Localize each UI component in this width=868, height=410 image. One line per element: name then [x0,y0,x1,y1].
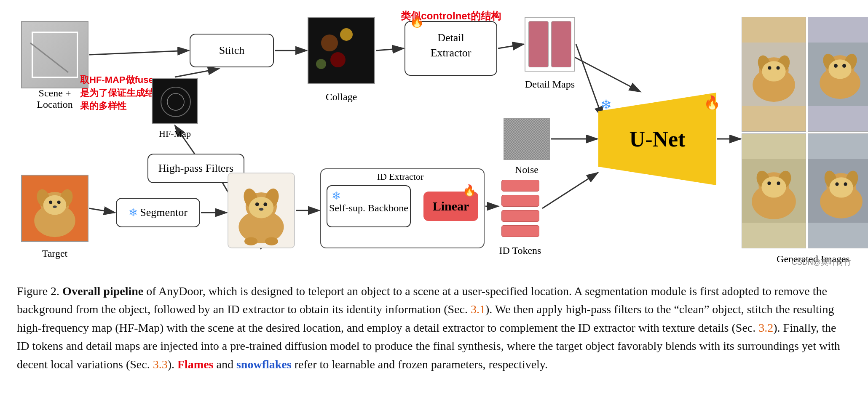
collage-image [308,17,375,84]
selfsup-backbone-box: ❄ Self-sup. Backbone [327,185,411,227]
target-label: Target [35,247,75,260]
svg-point-78 [844,182,847,186]
snowflake-icon-unet: ❄ [600,97,612,113]
noise-image [504,118,550,160]
svg-line-4 [498,44,524,48]
page-container: Scene + Location 取HF-MAP做fuse 是为了保证生成结 果… [0,0,868,394]
svg-point-45 [244,237,257,245]
flame-icon-unet: 🔥 [704,95,721,111]
svg-point-22 [316,59,326,69]
stitch-box: Stitch [190,34,274,67]
svg-point-54 [777,66,780,69]
caption-text4: ). [168,358,177,371]
id-token-line-2 [501,195,539,207]
caption-ref3: 3.3 [153,358,168,371]
svg-point-43 [263,202,267,206]
collage-visual [308,18,374,83]
caption-text5: and [214,358,236,371]
target-image [21,175,88,242]
svg-point-60 [828,59,851,79]
svg-point-52 [762,61,785,81]
figure-num: Figure 2. [17,285,59,298]
svg-point-21 [330,52,346,67]
gen-image-4 [808,133,868,248]
detail-extractor-label: DetailExtractor [405,22,496,69]
svg-point-44 [259,208,264,211]
svg-point-70 [777,181,780,185]
caption-bold: Overall pipeline [62,285,143,298]
caption-ref1: 3.1 [471,303,485,316]
svg-point-53 [768,66,771,69]
caption-ref2: 3.2 [758,321,773,334]
caption-snowflakes: snowflakes [236,358,292,371]
svg-point-76 [829,177,853,197]
caption-text6: refer to learnable and frozen parameters… [292,358,548,371]
id-tokens-label: ID Tokens [488,244,553,257]
detail-maps-image [525,17,575,72]
svg-point-42 [255,202,259,206]
collage-label: Collage [314,91,369,103]
detail-map-rect-1 [528,21,549,67]
id-tokens-box [499,177,541,240]
svg-line-6 [175,69,219,77]
svg-point-32 [43,195,67,215]
svg-point-34 [57,200,61,204]
svg-line-10 [89,208,115,213]
corgi-cutout-image [228,173,295,248]
linear-label: Linear [433,199,469,213]
svg-point-77 [835,182,839,186]
detail-maps-visual [525,18,574,71]
id-token-line-3 [501,210,539,222]
gen-image-3 [742,133,806,248]
svg-line-18 [30,43,68,72]
watermark: CSDN@莫叶何竹 [792,257,851,267]
svg-point-46 [265,237,278,245]
detail-maps-label: Detail Maps [516,78,584,91]
id-extractor-label: ID Extractor [358,170,442,183]
scene-image [21,21,88,88]
unet-label-container: U-Net [603,122,712,156]
svg-point-68 [761,176,786,197]
svg-point-33 [49,200,52,204]
detail-map-rect-2 [551,21,571,67]
unet-label: U-Net [630,127,686,152]
svg-point-20 [340,28,353,41]
gen-images-grid [742,17,868,248]
generated-images-area [742,17,868,248]
hfmap-visual [153,79,197,123]
scene-visual [22,22,88,88]
svg-point-41 [249,197,274,218]
detail-extractor-box: 🔥 DetailExtractor [405,21,497,76]
linear-box: 🔥 Linear [423,192,478,221]
svg-line-1 [89,51,189,55]
svg-line-3 [376,48,404,51]
svg-point-19 [321,35,338,51]
gen-image-2 [808,17,868,132]
selfsup-label: Self-sup. Backbone [329,202,408,215]
flame-icon-linear: 🔥 [463,184,476,197]
gen-image-1 [742,17,806,132]
svg-line-16 [542,173,598,208]
hfmap-image [152,78,198,124]
svg-point-61 [834,64,838,68]
noise-label: Noise [508,163,546,176]
snowflake-icon-selfsup: ❄ [332,189,341,202]
svg-point-35 [53,205,57,208]
id-token-line-1 [501,180,539,192]
id-token-line-4 [501,225,539,237]
svg-point-69 [767,181,771,185]
caption-area: Figure 2. Overall pipeline of AnyDoor, w… [13,278,855,382]
diagram-area: Scene + Location 取HF-MAP做fuse 是为了保证生成结 果… [13,8,855,269]
hfmap-label: HF-Map [152,128,198,140]
svg-point-62 [842,64,846,68]
segmentor-box: ❄ Segmentor [116,198,200,227]
snowflake-icon-segmentor: ❄ [129,206,138,219]
caption-flames: Flames [177,358,214,371]
scene-label: Scene + Location [21,93,88,105]
flame-icon-detail: 🔥 [410,14,424,28]
noise-visual [504,119,549,159]
